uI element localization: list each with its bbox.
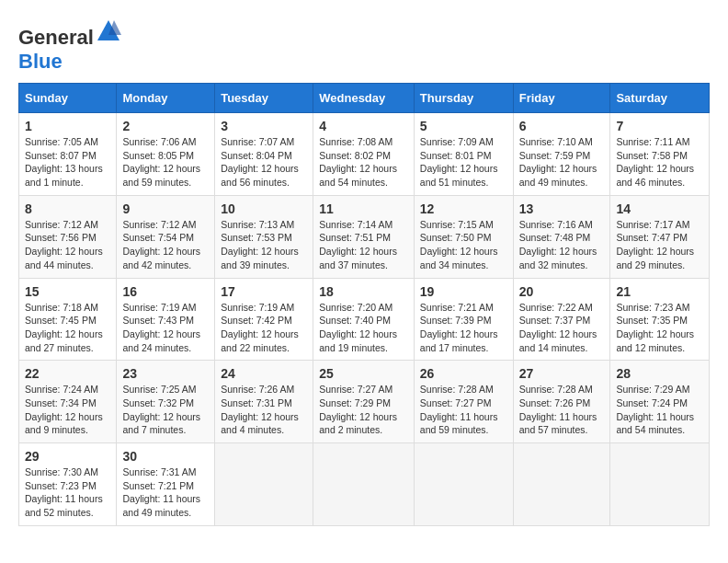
- calendar-cell: 27Sunrise: 7:28 AMSunset: 7:26 PMDayligh…: [513, 361, 610, 443]
- day-info: Sunrise: 7:11 AMSunset: 7:58 PMDaylight:…: [616, 135, 703, 190]
- day-number: 17: [221, 284, 307, 299]
- day-info: Sunrise: 7:28 AMSunset: 7:26 PMDaylight:…: [519, 383, 605, 437]
- weekday-header-saturday: Saturday: [610, 84, 710, 113]
- logo-blue: Blue: [18, 50, 63, 73]
- calendar-cell: [610, 443, 710, 526]
- day-info: Sunrise: 7:23 AMSunset: 7:35 PMDaylight:…: [616, 301, 703, 355]
- day-number: 9: [122, 201, 209, 216]
- day-number: 19: [420, 284, 507, 299]
- weekday-header-sunday: Sunday: [19, 84, 117, 113]
- calendar-cell: 14Sunrise: 7:17 AMSunset: 7:47 PMDayligh…: [610, 195, 710, 278]
- day-info: Sunrise: 7:13 AMSunset: 7:53 PMDaylight:…: [221, 218, 307, 272]
- week-row-3: 15Sunrise: 7:18 AMSunset: 7:45 PMDayligh…: [19, 278, 710, 361]
- calendar-cell: 1Sunrise: 7:05 AMSunset: 8:07 PMDaylight…: [19, 113, 117, 196]
- calendar-cell: 29Sunrise: 7:30 AMSunset: 7:23 PMDayligh…: [19, 443, 117, 526]
- calendar-cell: 11Sunrise: 7:14 AMSunset: 7:51 PMDayligh…: [313, 195, 415, 278]
- weekday-header-thursday: Thursday: [414, 84, 513, 113]
- calendar-cell: 6Sunrise: 7:10 AMSunset: 7:59 PMDaylight…: [513, 113, 610, 196]
- day-info: Sunrise: 7:15 AMSunset: 7:50 PMDaylight:…: [420, 218, 507, 272]
- day-info: Sunrise: 7:24 AMSunset: 7:34 PMDaylight:…: [25, 383, 110, 437]
- week-row-2: 8Sunrise: 7:12 AMSunset: 7:56 PMDaylight…: [19, 195, 710, 278]
- logo-text: General Blue: [18, 18, 121, 74]
- calendar-cell: 21Sunrise: 7:23 AMSunset: 7:35 PMDayligh…: [610, 278, 710, 361]
- calendar-cell: 16Sunrise: 7:19 AMSunset: 7:43 PMDayligh…: [117, 278, 215, 361]
- day-info: Sunrise: 7:06 AMSunset: 8:05 PMDaylight:…: [122, 135, 209, 190]
- calendar-cell: [513, 443, 610, 526]
- day-info: Sunrise: 7:29 AMSunset: 7:24 PMDaylight:…: [616, 383, 703, 437]
- day-number: 10: [221, 201, 307, 216]
- day-number: 16: [122, 284, 209, 299]
- logo-general: General: [18, 26, 94, 49]
- day-info: Sunrise: 7:26 AMSunset: 7:31 PMDaylight:…: [221, 383, 307, 437]
- calendar-cell: 22Sunrise: 7:24 AMSunset: 7:34 PMDayligh…: [19, 361, 117, 443]
- day-number: 14: [616, 201, 703, 216]
- day-info: Sunrise: 7:31 AMSunset: 7:21 PMDaylight:…: [122, 465, 209, 520]
- logo: General Blue: [18, 18, 121, 74]
- day-info: Sunrise: 7:28 AMSunset: 7:27 PMDaylight:…: [420, 383, 507, 437]
- day-info: Sunrise: 7:20 AMSunset: 7:40 PMDaylight:…: [319, 301, 408, 355]
- day-info: Sunrise: 7:12 AMSunset: 7:54 PMDaylight:…: [122, 218, 209, 272]
- day-info: Sunrise: 7:27 AMSunset: 7:29 PMDaylight:…: [319, 383, 408, 437]
- calendar-cell: 4Sunrise: 7:08 AMSunset: 8:02 PMDaylight…: [313, 113, 415, 196]
- logo-icon: [96, 18, 121, 44]
- day-number: 5: [420, 119, 507, 133]
- day-number: 11: [319, 201, 408, 216]
- header: General Blue: [18, 18, 710, 74]
- day-info: Sunrise: 7:22 AMSunset: 7:37 PMDaylight:…: [519, 301, 605, 355]
- calendar-cell: 18Sunrise: 7:20 AMSunset: 7:40 PMDayligh…: [313, 278, 415, 361]
- calendar-cell: 23Sunrise: 7:25 AMSunset: 7:32 PMDayligh…: [117, 361, 215, 443]
- week-row-4: 22Sunrise: 7:24 AMSunset: 7:34 PMDayligh…: [19, 361, 710, 443]
- day-number: 29: [25, 449, 110, 464]
- day-info: Sunrise: 7:14 AMSunset: 7:51 PMDaylight:…: [319, 218, 408, 272]
- day-info: Sunrise: 7:25 AMSunset: 7:32 PMDaylight:…: [122, 383, 209, 437]
- calendar-cell: 15Sunrise: 7:18 AMSunset: 7:45 PMDayligh…: [19, 278, 117, 361]
- day-info: Sunrise: 7:17 AMSunset: 7:47 PMDaylight:…: [616, 218, 703, 272]
- calendar-cell: 7Sunrise: 7:11 AMSunset: 7:58 PMDaylight…: [610, 113, 710, 196]
- day-number: 30: [122, 449, 209, 464]
- day-number: 28: [616, 366, 703, 381]
- day-number: 21: [616, 284, 703, 299]
- weekday-header-row: SundayMondayTuesdayWednesdayThursdayFrid…: [19, 84, 710, 113]
- calendar-cell: 25Sunrise: 7:27 AMSunset: 7:29 PMDayligh…: [313, 361, 415, 443]
- day-info: Sunrise: 7:21 AMSunset: 7:39 PMDaylight:…: [420, 301, 507, 355]
- weekday-header-monday: Monday: [117, 84, 215, 113]
- calendar-cell: 17Sunrise: 7:19 AMSunset: 7:42 PMDayligh…: [215, 278, 313, 361]
- week-row-5: 29Sunrise: 7:30 AMSunset: 7:23 PMDayligh…: [19, 443, 710, 526]
- weekday-header-tuesday: Tuesday: [215, 84, 313, 113]
- calendar-cell: [414, 443, 513, 526]
- calendar-cell: 19Sunrise: 7:21 AMSunset: 7:39 PMDayligh…: [414, 278, 513, 361]
- day-number: 13: [519, 201, 605, 216]
- day-number: 27: [519, 366, 605, 381]
- calendar-cell: 8Sunrise: 7:12 AMSunset: 7:56 PMDaylight…: [19, 195, 117, 278]
- calendar-cell: 10Sunrise: 7:13 AMSunset: 7:53 PMDayligh…: [215, 195, 313, 278]
- day-info: Sunrise: 7:09 AMSunset: 8:01 PMDaylight:…: [420, 135, 507, 190]
- day-number: 18: [319, 284, 408, 299]
- weekday-header-wednesday: Wednesday: [313, 84, 415, 113]
- day-number: 22: [25, 366, 110, 381]
- day-number: 26: [420, 366, 507, 381]
- calendar-cell: 2Sunrise: 7:06 AMSunset: 8:05 PMDaylight…: [117, 113, 215, 196]
- calendar-cell: 24Sunrise: 7:26 AMSunset: 7:31 PMDayligh…: [215, 361, 313, 443]
- day-info: Sunrise: 7:12 AMSunset: 7:56 PMDaylight:…: [25, 218, 110, 272]
- day-number: 25: [319, 366, 408, 381]
- calendar-cell: 5Sunrise: 7:09 AMSunset: 8:01 PMDaylight…: [414, 113, 513, 196]
- calendar-cell: 3Sunrise: 7:07 AMSunset: 8:04 PMDaylight…: [215, 113, 313, 196]
- day-number: 12: [420, 201, 507, 216]
- calendar-cell: 26Sunrise: 7:28 AMSunset: 7:27 PMDayligh…: [414, 361, 513, 443]
- day-info: Sunrise: 7:10 AMSunset: 7:59 PMDaylight:…: [519, 135, 605, 190]
- calendar-cell: 20Sunrise: 7:22 AMSunset: 7:37 PMDayligh…: [513, 278, 610, 361]
- day-number: 7: [616, 119, 703, 133]
- calendar-cell: [215, 443, 313, 526]
- calendar-cell: [313, 443, 415, 526]
- day-number: 1: [25, 119, 110, 133]
- day-info: Sunrise: 7:05 AMSunset: 8:07 PMDaylight:…: [25, 135, 110, 190]
- day-number: 4: [319, 119, 408, 133]
- day-number: 3: [221, 119, 307, 133]
- calendar-cell: 30Sunrise: 7:31 AMSunset: 7:21 PMDayligh…: [117, 443, 215, 526]
- day-number: 6: [519, 119, 605, 133]
- day-info: Sunrise: 7:30 AMSunset: 7:23 PMDaylight:…: [25, 465, 110, 520]
- day-number: 8: [25, 201, 110, 216]
- week-row-1: 1Sunrise: 7:05 AMSunset: 8:07 PMDaylight…: [19, 113, 710, 196]
- calendar-table: SundayMondayTuesdayWednesdayThursdayFrid…: [18, 83, 710, 526]
- day-info: Sunrise: 7:19 AMSunset: 7:43 PMDaylight:…: [122, 301, 209, 355]
